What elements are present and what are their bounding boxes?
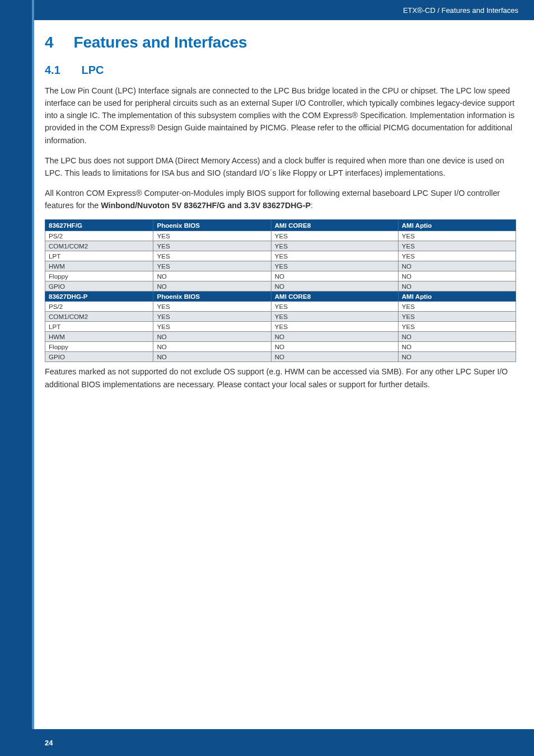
- cell: YES: [398, 231, 516, 241]
- table-row: PS/2YESYESYES: [45, 302, 516, 312]
- cell: PS/2: [45, 302, 153, 312]
- table-row: COM1/COM2YESYESYES: [45, 312, 516, 322]
- cell: Floppy: [45, 271, 153, 281]
- table-row: LPTYESYESYES: [45, 322, 516, 332]
- cell: COM1/COM2: [45, 241, 153, 251]
- page-title: 4 Features and Interfaces: [45, 34, 516, 51]
- col-header: AMI CORE8: [271, 220, 398, 231]
- table-row: HWMYESYESNO: [45, 261, 516, 271]
- cell: NO: [398, 271, 516, 281]
- table-row: GPIONONONO: [45, 352, 516, 362]
- table-subheader-row: 83627DHG-P Phoenix BIOS AMI CORE8 AMI Ap…: [45, 292, 516, 302]
- cell: NO: [271, 281, 398, 292]
- cell: YES: [271, 312, 398, 322]
- cell: YES: [271, 251, 398, 261]
- cell: NO: [271, 271, 398, 281]
- cell: HWM: [45, 332, 153, 342]
- cell: NO: [153, 332, 271, 342]
- table-row: PS/2YESYESYES: [45, 231, 516, 241]
- cell: NO: [153, 271, 271, 281]
- footer-bar: 24: [0, 729, 534, 756]
- cell: NO: [153, 352, 271, 362]
- cell: YES: [153, 322, 271, 332]
- cell: LPT: [45, 322, 153, 332]
- cell: GPIO: [45, 352, 153, 362]
- cell: YES: [271, 241, 398, 251]
- text: :: [311, 201, 313, 210]
- col-header: Phoenix BIOS: [153, 292, 271, 302]
- cell: YES: [153, 261, 271, 271]
- paragraph: All Kontron COM Express® Computer-on-Mod…: [45, 187, 516, 212]
- table-row: COM1/COM2YESYESYES: [45, 241, 516, 251]
- chapter-title: Features and Interfaces: [74, 34, 247, 51]
- cell: NO: [398, 332, 516, 342]
- cell: NO: [271, 332, 398, 342]
- header-bar: ETX®-CD / Features and Interfaces: [34, 0, 534, 20]
- col-header: Phoenix BIOS: [153, 220, 271, 231]
- cell: NO: [153, 281, 271, 292]
- cell: YES: [153, 231, 271, 241]
- paragraph: Features marked as not supported do not …: [45, 365, 516, 390]
- chapter-number: 4: [45, 34, 69, 51]
- table-row: LPTYESYESYES: [45, 251, 516, 261]
- table-row: HWMNONONO: [45, 332, 516, 342]
- cell: LPT: [45, 251, 153, 261]
- section-number: 4.1: [45, 64, 78, 77]
- table-row: FloppyNONONO: [45, 271, 516, 281]
- cell: NO: [271, 342, 398, 352]
- cell: YES: [271, 322, 398, 332]
- cell: YES: [398, 251, 516, 261]
- col-header: AMI Aptio: [398, 292, 516, 302]
- cell: YES: [153, 302, 271, 312]
- breadcrumb: ETX®-CD / Features and Interfaces: [403, 6, 518, 15]
- cell: YES: [153, 241, 271, 251]
- section-title: LPC: [82, 64, 104, 76]
- left-accent-bar: [0, 0, 34, 756]
- left-accent-light: [32, 0, 34, 756]
- col-header: 83627DHG-P: [45, 292, 153, 302]
- cell: YES: [398, 302, 516, 312]
- cell: PS/2: [45, 231, 153, 241]
- cell: NO: [271, 352, 398, 362]
- bold-text: Winbond/Nuvoton 5V 83627HF/G and 3.3V 83…: [101, 201, 311, 210]
- lpc-support-table: 83627HF/G Phoenix BIOS AMI CORE8 AMI Apt…: [45, 219, 516, 362]
- table-header-row: 83627HF/G Phoenix BIOS AMI CORE8 AMI Apt…: [45, 220, 516, 231]
- cell: YES: [398, 322, 516, 332]
- page-number: 24: [45, 739, 53, 747]
- cell: YES: [271, 302, 398, 312]
- table-row: FloppyNONONO: [45, 342, 516, 352]
- table-row: GPIONONONO: [45, 281, 516, 292]
- cell: GPIO: [45, 281, 153, 292]
- cell: COM1/COM2: [45, 312, 153, 322]
- col-header: AMI Aptio: [398, 220, 516, 231]
- cell: NO: [398, 281, 516, 292]
- cell: YES: [271, 261, 398, 271]
- col-header: 83627HF/G: [45, 220, 153, 231]
- cell: HWM: [45, 261, 153, 271]
- cell: NO: [398, 342, 516, 352]
- cell: YES: [153, 251, 271, 261]
- col-header: AMI CORE8: [271, 292, 398, 302]
- cell: YES: [153, 312, 271, 322]
- paragraph: The Low Pin Count (LPC) Interface signal…: [45, 84, 516, 147]
- cell: YES: [398, 312, 516, 322]
- paragraph: The LPC bus does not support DMA (Direct…: [45, 154, 516, 179]
- section-heading: 4.1 LPC: [45, 64, 516, 77]
- cell: Floppy: [45, 342, 153, 352]
- cell: NO: [398, 261, 516, 271]
- cell: NO: [398, 352, 516, 362]
- cell: YES: [271, 231, 398, 241]
- cell: YES: [398, 241, 516, 251]
- cell: NO: [153, 342, 271, 352]
